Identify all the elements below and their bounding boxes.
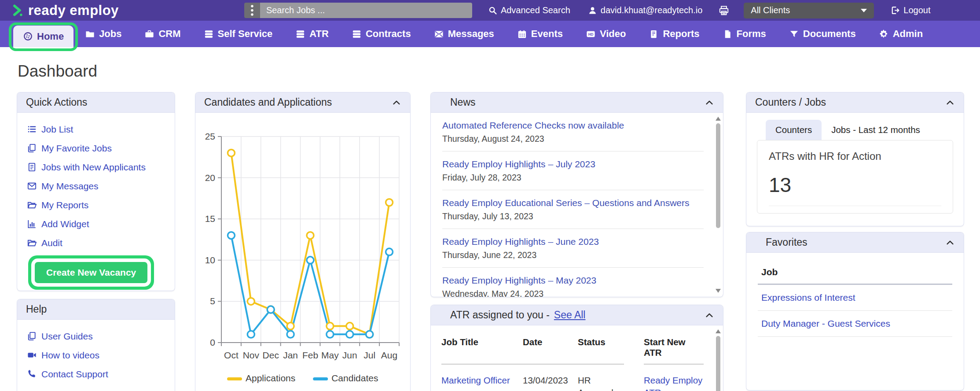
nav-item[interactable]: Messages	[422, 21, 506, 47]
phone-icon	[27, 369, 37, 379]
nav-item[interactable]: Self Service	[192, 21, 284, 47]
svg-text:Dec: Dec	[263, 350, 279, 360]
nav-item[interactable]: Home	[13, 26, 73, 47]
envelope-icon	[434, 29, 444, 39]
news-item-date: Thursday, July 13, 2023	[442, 211, 704, 221]
quick-action-link[interactable]: Audit	[27, 238, 62, 248]
favorite-job-link[interactable]: Expressions of Interest	[758, 285, 952, 311]
counters-tab[interactable]: Jobs - Last 12 months	[822, 120, 930, 140]
collapse-chevron-icon[interactable]	[945, 98, 955, 107]
atr-col-job-title: Job Title	[441, 337, 523, 358]
briefcase-icon	[144, 29, 154, 39]
quick-action-link[interactable]: Job List	[27, 124, 73, 135]
help-link[interactable]: How to videos	[27, 350, 99, 361]
calendar-icon	[517, 29, 527, 39]
nav-item[interactable]: Admin	[867, 21, 934, 47]
nav-item[interactable]: HD Video	[574, 21, 638, 47]
brand-text: ready employ	[28, 3, 119, 18]
job-title-link[interactable]: Marketing Officer	[441, 375, 510, 385]
quick-actions-header: Quick Actions	[17, 92, 175, 113]
client-filter-select[interactable]: All Clients	[744, 3, 874, 18]
svg-text:HD: HD	[588, 33, 594, 37]
user-account-link[interactable]: david.khuat@readytech.io	[588, 5, 703, 15]
quick-action-label: Audit	[41, 238, 62, 248]
news-scrollbar[interactable]	[715, 115, 721, 295]
news-item-date: Thursday, August 24, 2023	[442, 134, 704, 144]
news-item-link[interactable]: Automated Reference Checks now available	[442, 120, 704, 131]
see-all-link[interactable]: See All	[554, 309, 586, 321]
nav-item[interactable]: ATR	[284, 21, 340, 47]
chart-panel-header: Candidates and Applications	[195, 92, 410, 113]
client-filter-value: All Clients	[751, 5, 790, 15]
caret-down-icon	[861, 9, 867, 12]
collapse-chevron-icon[interactable]	[705, 98, 714, 107]
counter-card: ATRs with HR for Action 13	[757, 140, 953, 214]
main-nav: Home Jobs CRM Self Service ATR Contracts…	[0, 21, 980, 47]
quick-action-label: Add Widget	[41, 219, 89, 229]
favorite-job-link[interactable]: Duty Manager - Guest Services	[758, 311, 952, 337]
quick-action-link[interactable]: My Favorite Jobs	[27, 143, 112, 154]
brand-chevron-icon	[11, 4, 25, 17]
user-icon	[588, 6, 597, 15]
news-item-link[interactable]: Ready Employ Highlights – July 2023	[442, 159, 704, 170]
svg-text:Applications: Applications	[246, 373, 295, 383]
list-icon	[27, 124, 37, 134]
svg-text:15: 15	[205, 214, 215, 224]
nav-item[interactable]: Jobs	[73, 21, 133, 47]
brand-logo[interactable]: ready employ	[11, 3, 119, 18]
counters-tab-label: Jobs - Last 12 months	[831, 125, 920, 135]
print-button[interactable]	[718, 5, 730, 16]
counters-tabs: Counters Jobs - Last 12 months	[766, 120, 953, 140]
quick-action-link[interactable]: Add Widget	[27, 219, 89, 229]
nav-item[interactable]: Reports	[637, 21, 711, 47]
help-header: Help	[17, 299, 175, 320]
advanced-search-link[interactable]: Advanced Search	[488, 5, 570, 15]
collapse-chevron-icon[interactable]	[945, 238, 955, 247]
search-options-button[interactable]	[244, 3, 260, 18]
nav-item-label: Documents	[803, 28, 856, 40]
scroll-thumb[interactable]	[716, 123, 720, 228]
create-new-vacancy-button[interactable]: Create New Vacancy	[35, 262, 147, 283]
report-icon	[649, 29, 659, 39]
filter-icon	[789, 29, 799, 39]
scroll-down-icon[interactable]	[716, 289, 721, 293]
logout-link[interactable]: Logout	[891, 5, 930, 15]
atr-header: ATR assigned to you - See All	[431, 305, 723, 325]
page-title: Dashboard	[18, 62, 964, 81]
atr-row-date: 13/04/2023	[523, 365, 578, 391]
help-title: Help	[26, 303, 47, 315]
job-search-group	[244, 3, 472, 18]
help-link[interactable]: User Guides	[27, 331, 93, 342]
nav-item[interactable]: Contracts	[340, 21, 422, 47]
news-item: Ready Employ Highlights – June 2023 Thur…	[442, 229, 704, 268]
quick-action-label: Jobs with New Applicants	[41, 162, 146, 173]
help-link[interactable]: Contact Support	[27, 369, 108, 380]
scroll-up-icon[interactable]	[716, 117, 721, 121]
help-panel: Help User Guides How to videos Conta	[17, 299, 175, 391]
nav-item-label: Video	[600, 28, 626, 40]
folder-open-icon	[27, 238, 37, 248]
news-item-link[interactable]: Ready Employ Highlights – June 2023	[442, 236, 704, 247]
quick-action-label: Job List	[41, 124, 73, 135]
quick-action-link[interactable]: Jobs with New Applicants	[27, 162, 146, 173]
quick-action-link[interactable]: My Messages	[27, 181, 99, 192]
counters-tab[interactable]: Counters	[766, 120, 822, 140]
nav-item[interactable]: Documents	[778, 21, 867, 47]
nav-item[interactable]: Forms	[711, 21, 778, 47]
atr-col-start-new: Start New ATR	[644, 337, 704, 358]
collapse-chevron-icon[interactable]	[392, 98, 401, 107]
news-item-link[interactable]: Ready Employ Highlights – May 2023	[442, 275, 704, 286]
news-item: Automated Reference Checks now available…	[442, 113, 704, 151]
scroll-up-icon[interactable]	[716, 329, 721, 333]
collapse-chevron-icon[interactable]	[705, 310, 714, 320]
quick-action-link[interactable]: My Reports	[27, 200, 88, 210]
user-email: david.khuat@readytech.io	[601, 5, 703, 15]
ready-employ-atr-link[interactable]: Ready Employ ATR	[644, 375, 702, 391]
nav-item[interactable]: Events	[506, 21, 574, 47]
news-item-link[interactable]: Ready Employ Educational Series – Questi…	[442, 198, 704, 208]
help-link-label: User Guides	[41, 331, 93, 342]
scroll-thumb[interactable]	[716, 336, 720, 391]
atr-scrollbar[interactable]	[715, 328, 721, 391]
nav-item[interactable]: CRM	[133, 21, 192, 47]
search-jobs-input[interactable]	[260, 3, 472, 18]
